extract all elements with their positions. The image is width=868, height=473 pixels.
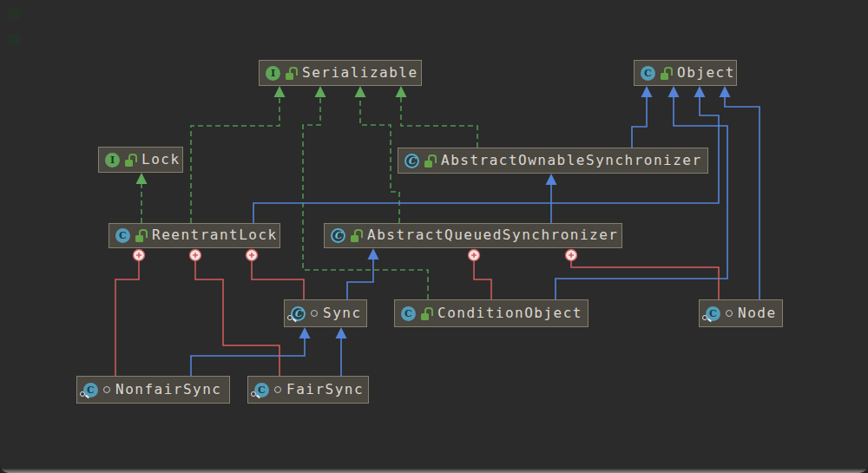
- edge-abstract-queued-synchronizer-association-node: [571, 261, 719, 299]
- arrowhead: [668, 86, 680, 97]
- arrowhead: [368, 248, 379, 259]
- class-icon: C: [706, 306, 720, 321]
- node-label: Serializable: [302, 64, 418, 81]
- node-abstract-ownable-synchronizer[interactable]: CAbstractOwnableSynchronizer: [398, 148, 708, 174]
- node-label: Object: [677, 64, 735, 81]
- arrowhead: [396, 86, 407, 97]
- edge-abstract-queued-synchronizer-association-condition-object: [474, 261, 491, 299]
- arrowhead: [336, 327, 347, 338]
- class-icon: C: [254, 383, 269, 397]
- arrowhead: [274, 86, 286, 97]
- edge-condition-object-implements-serializable: [303, 96, 428, 299]
- public-open-lock-icon: [125, 154, 136, 167]
- edge-sync-extends-abstract-queued-synchronizer: [347, 259, 373, 299]
- edge-abstract-ownable-synchronizer-implements-serializable: [401, 96, 477, 148]
- minimap-marker: [9, 34, 20, 45]
- arrowhead: [546, 174, 557, 185]
- arrowhead: [720, 86, 731, 97]
- node-label: ReentrantLock: [152, 227, 278, 243]
- public-open-lock-icon: [135, 229, 147, 242]
- public-open-lock-icon: [661, 67, 672, 80]
- node-abstract-queued-synchronizer[interactable]: CAbstractQueuedSynchronizer: [324, 223, 622, 248]
- node-condition-object[interactable]: CConditionObject: [394, 299, 589, 327]
- uml-diagram-canvas: ISerializableCObjectILockCAbstractOwnabl…: [0, 0, 868, 473]
- edge-abstract-ownable-synchronizer-extends-object: [632, 96, 647, 148]
- node-label: Sync: [323, 305, 362, 321]
- static-key-icon: [287, 315, 297, 323]
- expand-bubble[interactable]: [469, 250, 480, 261]
- class-icon: C: [401, 306, 416, 321]
- node-label: AbstractQueuedSynchronizer: [367, 227, 618, 243]
- abstract-class-icon: C: [331, 228, 345, 243]
- edge-nonfair-sync-extends-sync: [191, 338, 305, 376]
- expand-bubble[interactable]: [134, 250, 145, 261]
- node-nonfair-sync[interactable]: CNonfairSync: [76, 376, 230, 404]
- abstract-class-icon: C: [404, 154, 419, 168]
- node-sync[interactable]: CSync: [284, 299, 367, 327]
- interface-icon: I: [266, 66, 280, 81]
- static-key-icon: [251, 391, 260, 399]
- public-open-lock-icon: [421, 307, 432, 320]
- node-label: ConditionObject: [437, 305, 582, 321]
- minimap-marker: [9, 8, 20, 19]
- arrowhead: [315, 86, 326, 97]
- edge-reentrant-lock-association-fair-sync: [195, 261, 279, 376]
- edge-reentrant-lock-implements-serializable: [191, 96, 279, 223]
- node-lock[interactable]: ILock: [98, 147, 183, 173]
- arrowhead: [136, 173, 148, 184]
- expand-bubble[interactable]: [566, 250, 577, 261]
- node-label: NonfairSync: [115, 381, 221, 397]
- static-key-icon: [80, 391, 89, 399]
- node-label: FairSync: [286, 381, 364, 397]
- node-label: Lock: [141, 151, 181, 168]
- edge-abstract-queued-synchronizer-implements-serializable: [360, 96, 399, 223]
- class-icon: C: [641, 66, 655, 81]
- arrowhead: [355, 86, 366, 97]
- node-reentrant-lock[interactable]: CReentrantLock: [108, 223, 280, 248]
- public-open-lock-icon: [424, 154, 436, 168]
- arrowhead: [299, 327, 311, 338]
- node-fair-sync[interactable]: CFairSync: [247, 376, 369, 404]
- expand-bubble[interactable]: [190, 250, 201, 261]
- package-private-icon: [726, 310, 733, 317]
- class-icon: C: [83, 383, 98, 397]
- static-key-icon: [702, 315, 712, 323]
- node-node[interactable]: CNode: [699, 299, 783, 327]
- edge-reentrant-lock-association-sync: [252, 261, 304, 299]
- node-serializable[interactable]: ISerializable: [259, 60, 422, 86]
- node-object[interactable]: CObject: [634, 60, 737, 86]
- edge-node-extends-object: [725, 96, 760, 299]
- public-open-lock-icon: [351, 229, 362, 242]
- package-private-icon: [103, 386, 110, 393]
- arrowhead: [641, 86, 653, 97]
- expand-bubble[interactable]: [247, 250, 258, 261]
- edge-condition-object-extends-object: [556, 96, 727, 299]
- edge-reentrant-lock-association-nonfair-sync: [115, 261, 139, 376]
- class-icon: C: [115, 228, 130, 243]
- node-label: AbstractOwnableSynchronizer: [441, 152, 702, 168]
- public-open-lock-icon: [286, 67, 297, 80]
- window-bottom-edge: [0, 469, 868, 473]
- node-label: Node: [738, 305, 777, 321]
- interface-icon: I: [105, 153, 120, 168]
- package-private-icon: [311, 310, 318, 317]
- arrowhead: [694, 86, 706, 97]
- package-private-icon: [274, 386, 281, 393]
- abstract-class-icon: C: [291, 306, 306, 321]
